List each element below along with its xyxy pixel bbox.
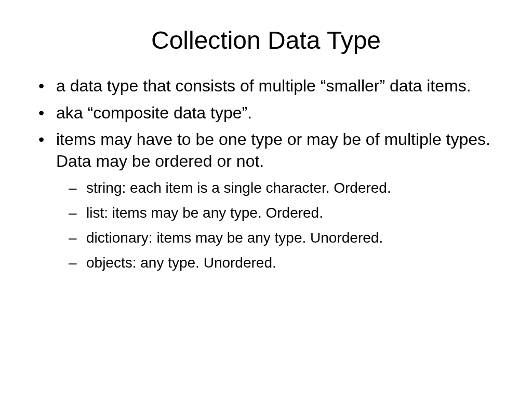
bullet-text: objects: any type. Unordered. — [86, 255, 276, 271]
list-item: aka “composite data type”. — [31, 102, 501, 124]
sub-bullet-list: string: each item is a single character.… — [56, 178, 501, 272]
bullet-text: dictionary: items may be any type. Unord… — [86, 230, 383, 246]
list-item: list: items may be any type. Ordered. — [61, 203, 501, 223]
list-item: objects: any type. Unordered. — [61, 253, 501, 273]
bullet-text: string: each item is a single character.… — [86, 180, 391, 196]
list-item: a data type that consists of multiple “s… — [31, 75, 501, 97]
list-item: string: each item is a single character.… — [61, 178, 501, 198]
bullet-text: items may have to be one type or may be … — [56, 130, 490, 170]
list-item: dictionary: items may be any type. Unord… — [61, 228, 501, 248]
bullet-text: a data type that consists of multiple “s… — [56, 76, 471, 95]
slide-title: Collection Data Type — [31, 26, 501, 55]
bullet-text: list: items may be any type. Ordered. — [86, 205, 323, 221]
list-item: items may have to be one type or may be … — [31, 129, 501, 272]
bullet-list: a data type that consists of multiple “s… — [31, 75, 501, 273]
bullet-text: aka “composite data type”. — [56, 103, 252, 122]
